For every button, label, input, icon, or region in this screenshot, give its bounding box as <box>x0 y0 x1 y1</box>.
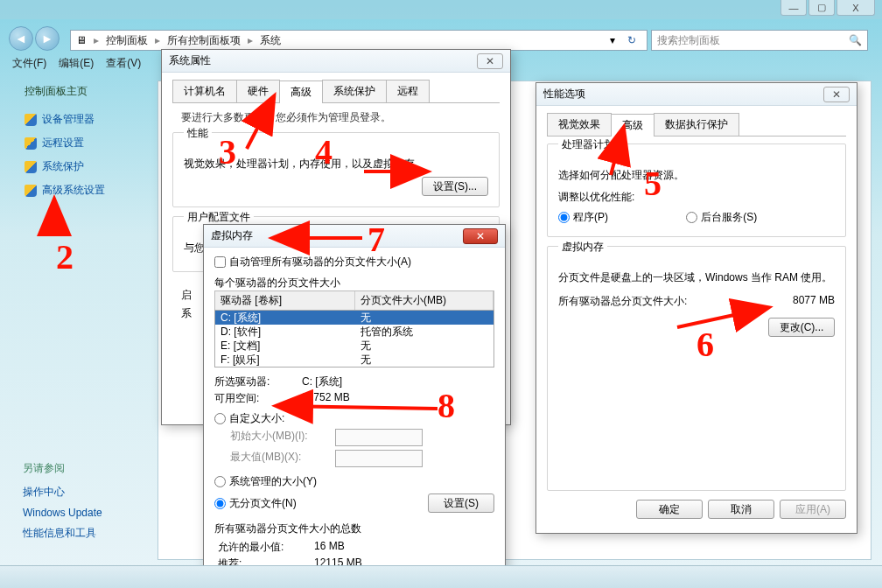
tab-advanced[interactable]: 高级 <box>611 114 654 136</box>
perf-options-tabs: 视觉效果 高级 数据执行保护 <box>547 113 846 136</box>
max-size-input[interactable] <box>335 450 423 467</box>
search-input[interactable]: 搜索控制面板 🔍 <box>651 30 868 51</box>
free-space: 21752 MB <box>302 391 494 406</box>
titlebar: — ▢ X <box>0 0 882 19</box>
virtual-memory-dialog: 虚拟内存 ✕ 自动管理所有驱动器的分页文件大小(A) 每个驱动器的分页文件大小 … <box>203 224 506 583</box>
dialog-title: 系统属性 <box>169 53 211 68</box>
performance-group: 性能 视觉效果，处理器计划，内存使用，以及虚拟内存 设置(S)... <box>172 132 500 207</box>
crumb-control-panel[interactable]: 控制面板 <box>106 33 148 48</box>
dialog-title: 性能选项 <box>543 87 585 102</box>
initial-size-input[interactable] <box>335 429 423 446</box>
dialog-title: 虚拟内存 <box>211 228 253 243</box>
radio-custom-size[interactable]: 自定义大小: <box>214 411 284 426</box>
cancel-button[interactable]: 取消 <box>708 500 774 519</box>
link-perf-info[interactable]: 性能信息和工具 <box>23 522 102 544</box>
link-action-center[interactable]: 操作中心 <box>23 481 102 503</box>
statusbar <box>0 565 882 588</box>
close-icon[interactable]: ✕ <box>823 87 850 102</box>
performance-options-dialog: 性能选项 ✕ 视觉效果 高级 数据执行保护 处理器计划 选择如何分配处理器资源。… <box>536 82 858 534</box>
crumb-system[interactable]: 系统 <box>260 33 281 48</box>
sidebar-heading: 控制面板主页 <box>9 84 149 99</box>
tab-dep[interactable]: 数据执行保护 <box>654 113 739 136</box>
performance-settings-button[interactable]: 设置(S)... <box>422 177 488 196</box>
drives-header: 驱动器 [卷标] 分页文件大小(MB) <box>214 290 494 310</box>
refresh-icon[interactable]: ↻ <box>622 34 641 46</box>
nav-back-button[interactable]: ◄ <box>9 26 33 51</box>
min-value: 16 MB <box>314 540 494 555</box>
sidebar: 控制面板主页 设备管理器 远程设置 系统保护 高级系统设置 <box>9 84 149 202</box>
breadcrumb-sep: ▸ <box>94 34 99 46</box>
address-dropdown[interactable]: ▾ <box>610 34 615 46</box>
shield-icon <box>24 137 37 150</box>
tab-advanced[interactable]: 高级 <box>279 80 323 103</box>
radio-programs[interactable]: 程序(P) <box>558 210 608 225</box>
drive-row[interactable]: E: [文档]无 <box>215 339 494 353</box>
see-also: 另请参阅 操作中心 Windows Update 性能信息和工具 <box>23 461 102 544</box>
tab-system-protection[interactable]: 系统保护 <box>322 80 387 102</box>
menu-view[interactable]: 查看(V) <box>106 56 141 75</box>
change-virtual-memory-button[interactable]: 更改(C)... <box>768 318 835 337</box>
apply-button[interactable]: 应用(A) <box>780 500 846 519</box>
sidebar-system-protection[interactable]: 系统保护 <box>9 155 149 178</box>
selected-drive: C: [系统] <box>302 374 494 389</box>
shield-icon <box>24 161 37 173</box>
search-icon[interactable]: 🔍 <box>849 34 862 46</box>
system-properties-tabs: 计算机名 硬件 高级 系统保护 远程 <box>172 80 500 103</box>
menu-file[interactable]: 文件(F) <box>12 56 46 75</box>
maximize-button[interactable]: ▢ <box>808 0 835 16</box>
crumb-all-items[interactable]: 所有控制面板项 <box>167 33 241 48</box>
drive-row[interactable]: F: [娱乐]无 <box>215 353 494 367</box>
radio-background-services[interactable]: 后台服务(S) <box>686 210 757 225</box>
auto-manage-checkbox[interactable]: 自动管理所有驱动器的分页文件大小(A) <box>214 255 411 270</box>
tab-computer-name[interactable]: 计算机名 <box>172 80 237 102</box>
radio-no-paging-file[interactable]: 无分页文件(N) <box>214 496 297 511</box>
menu-edit[interactable]: 编辑(E) <box>59 56 94 75</box>
processor-scheduling-group: 处理器计划 选择如何分配处理器资源。 调整以优化性能: 程序(P) 后台服务(S… <box>547 144 846 237</box>
link-windows-update[interactable]: Windows Update <box>23 503 102 522</box>
set-button[interactable]: 设置(S) <box>428 494 494 513</box>
drive-row[interactable]: D: [软件]托管的系统 <box>215 325 494 339</box>
close-button[interactable]: X <box>836 0 875 16</box>
drive-row[interactable]: C: [系统]无 <box>215 311 494 325</box>
radio-system-managed[interactable]: 系统管理的大小(Y) <box>214 474 317 489</box>
tab-remote[interactable]: 远程 <box>386 80 430 102</box>
sidebar-advanced-settings[interactable]: 高级系统设置 <box>9 178 149 202</box>
ok-button[interactable]: 确定 <box>636 500 703 519</box>
close-icon[interactable]: ✕ <box>463 228 498 244</box>
admin-note: 要进行大多数更改，您必须作为管理员登录。 <box>181 110 500 125</box>
virtual-memory-group: 虚拟内存 分页文件是硬盘上的一块区域，Windows 当作 RAM 使用。 所有… <box>547 246 846 491</box>
tab-visual-effects[interactable]: 视觉效果 <box>547 113 612 136</box>
sidebar-device-manager[interactable]: 设备管理器 <box>9 108 149 131</box>
annotation-2: 2 <box>56 236 74 277</box>
computer-icon: 🖥 <box>76 34 87 46</box>
sidebar-remote-settings[interactable]: 远程设置 <box>9 131 149 155</box>
tab-hardware[interactable]: 硬件 <box>236 80 280 102</box>
shield-icon <box>24 185 37 197</box>
breadcrumb[interactable]: 🖥 ▸ 控制面板 ▸ 所有控制面板项 ▸ 系统 ▾ ↻ <box>70 30 648 51</box>
drives-list[interactable]: C: [系统]无 D: [软件]托管的系统 E: [文档]无 F: [娱乐]无 … <box>214 310 494 368</box>
total-paging-size: 8077 MB <box>793 294 835 306</box>
minimize-button[interactable]: — <box>780 0 807 16</box>
drive-row[interactable]: G: [视频]无 <box>215 367 494 368</box>
nav-forward-button[interactable]: ► <box>35 26 60 51</box>
shield-icon <box>24 114 37 126</box>
close-icon[interactable]: ✕ <box>477 53 503 69</box>
